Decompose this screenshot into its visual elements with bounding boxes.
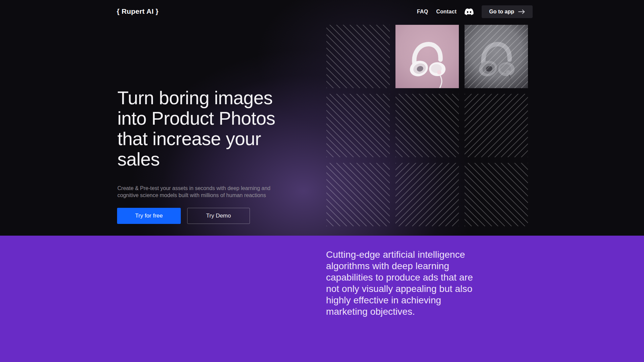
go-to-app-label: Go to app [489,9,514,15]
hero-heading-line: sales [117,149,275,170]
hero-background-glow [0,0,644,236]
hero-subtext-line: Create & Pre-test your assets in seconds… [117,185,270,192]
hero-heading-line: Turn boring images [117,88,275,108]
feature-text-line: Cutting-edge artificial intelligence [326,249,473,260]
hero-heading-line: into Product Photos [117,108,275,129]
gallery-tile-2 [395,25,459,88]
feature-text-line: marketing objectives. [326,306,473,317]
nav-link-contact[interactable]: Contact [436,9,457,15]
hero-subtext: Create & Pre-test your assets in seconds… [117,185,270,199]
gallery-tile-8 [395,163,459,226]
hero-heading: Turn boring images into Product Photos t… [117,88,275,170]
feature-text-line: not only visually appealing but also [326,283,473,295]
discord-icon[interactable] [465,8,474,15]
site-header: { Rupert AI } FAQ Contact Go to app [0,0,644,23]
gallery-tile-4 [326,94,390,157]
hero-subtext-line: cognitive science models built with mill… [117,192,270,199]
feature-text-line: capabilities to produce ads that are [326,272,473,283]
feature-text-line: highly effective in achieving [326,295,473,306]
hero-cta-row: Try for free Try Demo [117,208,250,224]
gallery-tile-7 [326,163,390,226]
gallery-tile-3 [465,25,528,88]
landing-page: { Rupert AI } FAQ Contact Go to app Turn… [0,0,644,362]
nav-link-faq[interactable]: FAQ [417,9,428,15]
feature-text: Cutting-edge artificial intelligence alg… [326,249,473,317]
gallery-tile-6 [465,94,528,157]
try-for-free-button[interactable]: Try for free [117,208,181,224]
try-demo-button[interactable]: Try Demo [187,208,250,224]
gallery-tile-5 [395,94,459,157]
gallery-tile-1 [326,25,390,88]
feature-text-line: algorithms with deep learning [326,260,473,272]
hero-heading-line: that increase your [117,129,275,149]
image-grid [326,25,528,226]
feature-section: Cutting-edge artificial intelligence alg… [0,236,644,362]
main-nav: FAQ Contact Go to app [417,0,533,23]
arrow-right-icon [518,9,525,14]
gallery-tile-9 [465,163,528,226]
brand-logo[interactable]: { Rupert AI } [117,7,158,15]
go-to-app-button[interactable]: Go to app [482,5,533,18]
